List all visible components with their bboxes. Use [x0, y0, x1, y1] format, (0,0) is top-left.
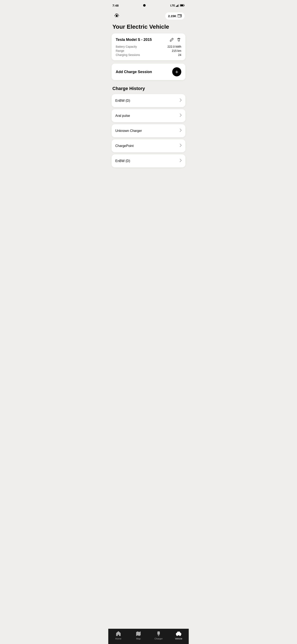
history-item-label: Unknown Charger	[115, 129, 142, 133]
charge-history-list: EnBW (D) Aral pulse Unknown Charger Ch	[112, 94, 185, 168]
history-item[interactable]: Aral pulse	[112, 109, 185, 122]
svg-point-12	[179, 634, 181, 636]
nav-item-vehicle[interactable]: Vehicle	[172, 631, 185, 640]
home-nav-icon	[115, 631, 121, 636]
range-label: Range	[116, 49, 124, 52]
nav-item-charger[interactable]: Charger	[152, 631, 165, 640]
svg-rect-9	[158, 632, 160, 634]
signal-icon	[176, 4, 179, 7]
battery-capacity-value: 222.0 kWh	[167, 45, 181, 48]
wallet-button[interactable]: 2.15K	[165, 12, 185, 20]
vehicle-stats: Battery Capacity 222.0 kWh Range 215 km …	[116, 45, 181, 56]
page-title: Your Electric Vehicle	[112, 24, 185, 30]
history-item[interactable]: EnBW (D)	[112, 154, 185, 168]
battery-icon	[180, 4, 185, 6]
trash-icon	[177, 38, 181, 42]
chevron-right-icon	[180, 113, 182, 118]
battery-capacity-row: Battery Capacity 222.0 kWh	[116, 45, 181, 48]
status-time: 7:48	[112, 4, 119, 7]
bottom-nav: Home Map Charger Vehicle	[108, 629, 189, 644]
history-item[interactable]: Unknown Charger	[112, 124, 185, 137]
chevron-right-icon	[180, 98, 182, 103]
map-nav-icon	[135, 631, 141, 636]
history-item[interactable]: EnBW (D)	[112, 94, 185, 107]
charger-nav-icon	[156, 631, 162, 636]
battery-capacity-label: Battery Capacity	[116, 45, 137, 48]
charge-history-title: Charge History	[112, 86, 185, 91]
settings-button[interactable]	[112, 12, 121, 20]
wallet-icon	[178, 14, 182, 18]
charging-sessions-value: 24	[178, 53, 181, 56]
chevron-right-icon	[180, 144, 182, 148]
vehicle-card-header: Tesla Model S - 2015	[116, 37, 181, 42]
plus-icon: +	[175, 69, 178, 74]
main-content: Your Electric Vehicle Tesla Model S - 20…	[108, 24, 189, 186]
lte-indicator: LTE	[170, 4, 175, 7]
chevron-right-icon	[180, 128, 182, 133]
charging-sessions-row: Charging Sessions 24	[116, 53, 181, 56]
svg-rect-2	[178, 5, 178, 7]
svg-rect-5	[184, 5, 185, 6]
add-session-label: Add Charge Session	[116, 70, 152, 74]
history-item-label: ChargePoint	[115, 144, 134, 148]
nav-item-home[interactable]: Home	[112, 631, 125, 640]
nav-label-home: Home	[115, 638, 121, 640]
svg-rect-0	[176, 6, 177, 7]
svg-rect-3	[178, 4, 179, 7]
history-item-label: Aral pulse	[115, 114, 130, 118]
range-row: Range 215 km	[116, 49, 181, 52]
gear-icon	[114, 13, 120, 19]
range-value: 215 km	[172, 49, 181, 52]
status-center	[143, 4, 146, 6]
svg-rect-6	[180, 5, 183, 6]
add-session-button[interactable]: +	[172, 67, 181, 76]
status-bar: 7:48 LTE	[108, 0, 189, 10]
svg-rect-8	[180, 16, 181, 16]
nav-item-map[interactable]: Map	[132, 631, 145, 640]
nav-label-map: Map	[136, 638, 141, 640]
history-item[interactable]: ChargePoint	[112, 139, 185, 152]
vehicle-card: Tesla Model S - 2015 Battery Capacity 22…	[112, 34, 185, 60]
camera-dot	[143, 4, 146, 6]
vehicle-actions	[169, 37, 181, 42]
charging-sessions-label: Charging Sessions	[116, 53, 140, 56]
top-bar: 2.15K	[108, 10, 189, 24]
history-item-label: EnBW (D)	[115, 99, 130, 102]
history-item-label: EnBW (D)	[115, 159, 130, 163]
edit-icon	[170, 38, 174, 42]
status-right: LTE	[170, 4, 185, 7]
vehicle-nav-icon	[176, 631, 182, 636]
svg-rect-1	[177, 5, 177, 7]
add-session-card[interactable]: Add Charge Session +	[112, 64, 185, 80]
vehicle-name: Tesla Model S - 2015	[116, 38, 152, 42]
edit-vehicle-button[interactable]	[169, 37, 174, 42]
delete-vehicle-button[interactable]	[176, 37, 181, 42]
nav-label-charger: Charger	[154, 638, 163, 640]
svg-point-11	[177, 634, 178, 636]
wallet-amount: 2.15K	[168, 14, 176, 18]
nav-label-vehicle: Vehicle	[175, 638, 182, 640]
chevron-right-icon	[180, 158, 182, 163]
